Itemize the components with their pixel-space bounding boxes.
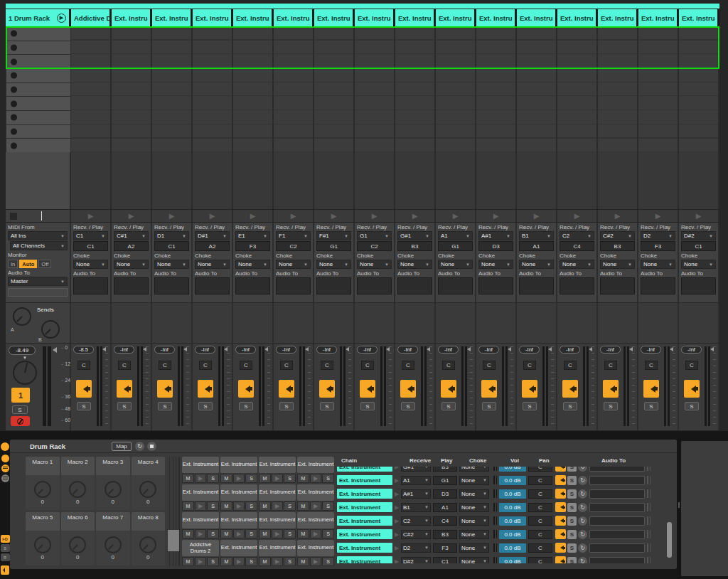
chain-activator-button[interactable] xyxy=(555,467,566,472)
auto-select-toggle[interactable] xyxy=(1,565,9,575)
empty-clip-slot-column[interactable] xyxy=(71,26,112,152)
chain-play-icon[interactable]: ▶ xyxy=(392,518,401,524)
track-header[interactable]: Ext. Instru xyxy=(638,9,679,26)
chain-activator-button[interactable] xyxy=(555,475,566,485)
track-header[interactable]: Ext. Instru xyxy=(476,9,517,26)
output-sub-box[interactable] xyxy=(8,288,68,297)
chain-play-icon[interactable]: ▶ xyxy=(392,477,401,484)
solo-button[interactable]: S xyxy=(644,402,658,410)
receive-note-select[interactable]: G#1▼ xyxy=(397,231,432,240)
solo-button[interactable]: S xyxy=(401,402,415,410)
audio-to-box[interactable] xyxy=(195,277,230,294)
pan-box[interactable]: C xyxy=(564,361,577,370)
track-activator-button[interactable] xyxy=(157,380,173,398)
solo-button[interactable]: S xyxy=(117,402,132,410)
choke-select[interactable]: None▼ xyxy=(235,260,270,269)
pad-mute-button[interactable]: M xyxy=(182,474,194,483)
panel-resize-handle[interactable] xyxy=(677,440,681,579)
pad-name[interactable]: Ext. Instrument xyxy=(259,484,296,501)
chain-hot-swap-icon[interactable]: ↻ xyxy=(578,557,587,564)
pad-mute-button[interactable]: M xyxy=(220,474,232,483)
pad-play-icon[interactable]: ▶ xyxy=(310,474,322,483)
play-note-box[interactable]: B3 xyxy=(600,241,635,251)
scene-play-slot[interactable]: ▶ xyxy=(517,210,557,222)
choke-select[interactable]: None▼ xyxy=(600,260,635,269)
solo-button[interactable]: S xyxy=(12,405,28,414)
audio-to-box[interactable] xyxy=(154,277,189,294)
audio-to-box[interactable] xyxy=(438,277,473,294)
drum-pad[interactable]: Ext. Instrument M ▶ S xyxy=(259,512,296,538)
chain-volume[interactable]: 0.0 dB xyxy=(499,503,526,512)
chain-play-note[interactable]: C4 xyxy=(433,516,457,526)
chain-activator-button[interactable] xyxy=(555,529,566,539)
chain-choke-select[interactable]: None▼ xyxy=(459,476,489,485)
pad-solo-button[interactable]: S xyxy=(207,474,219,483)
pan-box[interactable]: C xyxy=(280,361,293,370)
pad-solo-button[interactable]: S xyxy=(245,474,257,483)
chain-receive-select[interactable]: D2▼ xyxy=(401,543,431,553)
pad-name[interactable]: Ext. Instrument xyxy=(297,540,334,556)
drum-pad[interactable]: Ext. Instrument M ▶ S xyxy=(220,484,257,511)
drum-pad[interactable]: Ext. Instrument M ▶ S xyxy=(220,512,257,538)
macro-knob[interactable] xyxy=(105,481,122,498)
clip-slot[interactable] xyxy=(6,111,70,124)
pad-play-icon[interactable]: ▶ xyxy=(233,557,245,566)
scene-play-slot[interactable]: ▶ xyxy=(314,210,355,222)
volume-readout[interactable]: -Inf xyxy=(438,346,459,354)
rail-solo-toggle[interactable]: S xyxy=(1,544,10,552)
chain-name[interactable]: Ext. Instrument xyxy=(337,489,392,499)
solo-button[interactable]: S xyxy=(320,402,334,410)
track-header[interactable]: Ext. Instru xyxy=(355,9,395,26)
pad-play-icon[interactable]: ▶ xyxy=(195,474,207,483)
play-note-box[interactable]: F3 xyxy=(235,241,270,251)
chain-play-icon[interactable]: ▶ xyxy=(392,467,401,470)
drum-pad[interactable]: Ext. Instrument M ▶ S xyxy=(182,512,219,538)
return-chains-view-icon[interactable] xyxy=(1,474,9,482)
chain-audio-to-box[interactable] xyxy=(589,503,645,512)
volume-readout[interactable]: -Inf xyxy=(641,346,661,354)
pan-box[interactable]: C xyxy=(240,361,252,370)
scene-play-slot[interactable]: ▶ xyxy=(233,210,274,222)
scene-play-slot[interactable]: ▶ xyxy=(274,210,314,222)
pan-box[interactable]: C xyxy=(645,361,658,370)
pad-name[interactable]: Ext. Instrument xyxy=(182,484,219,501)
chain-hot-swap-icon[interactable]: ↻ xyxy=(578,530,587,539)
empty-clip-slot-column[interactable] xyxy=(112,26,152,152)
play-note-box[interactable]: G1 xyxy=(438,241,473,251)
chain-receive-select[interactable]: C#2▼ xyxy=(401,530,431,539)
chain-solo-button[interactable]: S xyxy=(567,557,577,564)
empty-clip-slot-column[interactable] xyxy=(274,26,314,152)
choke-select[interactable]: None▼ xyxy=(560,260,594,269)
pad-mute-button[interactable]: M xyxy=(259,557,271,566)
volume-readout[interactable]: -Inf xyxy=(154,346,175,354)
audio-to-box[interactable] xyxy=(478,277,513,294)
drum-pad[interactable]: Ext. Instrument M ▶ S xyxy=(297,484,334,511)
drum-pad[interactable]: Addictive Drums 2 M ▶ S xyxy=(182,540,219,566)
chain-receive-select[interactable]: B1▼ xyxy=(401,503,431,512)
track-header[interactable]: Ext. Instru xyxy=(112,9,152,26)
pad-mute-button[interactable]: M xyxy=(259,529,271,538)
empty-clip-slot-column[interactable] xyxy=(314,26,355,152)
chain-hot-swap-icon[interactable]: ↻ xyxy=(578,543,587,553)
pad-mute-button[interactable]: M xyxy=(220,529,232,538)
audio-to-box[interactable] xyxy=(397,277,432,294)
scene-play-slot[interactable]: ▶ xyxy=(112,210,152,222)
pan-box[interactable]: C xyxy=(604,361,617,370)
track-header[interactable]: Ext. Instru xyxy=(193,9,233,26)
pad-solo-button[interactable]: S xyxy=(284,501,296,511)
pad-play-icon[interactable]: ▶ xyxy=(233,474,245,483)
rail-return-toggle[interactable]: R xyxy=(1,553,10,561)
chain-pan[interactable]: C xyxy=(528,489,552,499)
pad-mute-button[interactable]: M xyxy=(297,529,309,538)
chain-solo-button[interactable]: S xyxy=(567,516,577,526)
pad-name[interactable]: Ext. Instrument xyxy=(182,457,219,473)
chain-pan[interactable]: C xyxy=(528,530,552,539)
chain-volume[interactable]: 0.0 dB xyxy=(499,543,526,553)
choke-select[interactable]: None▼ xyxy=(316,260,351,269)
audio-to-box[interactable] xyxy=(73,277,108,294)
receive-note-select[interactable]: E1▼ xyxy=(235,231,270,240)
chain-pan[interactable]: C xyxy=(528,543,552,553)
chain-audio-to-box[interactable] xyxy=(589,543,645,553)
chain-volume[interactable]: 0.0 dB xyxy=(499,476,526,485)
pad-play-icon[interactable]: ▶ xyxy=(272,529,284,538)
